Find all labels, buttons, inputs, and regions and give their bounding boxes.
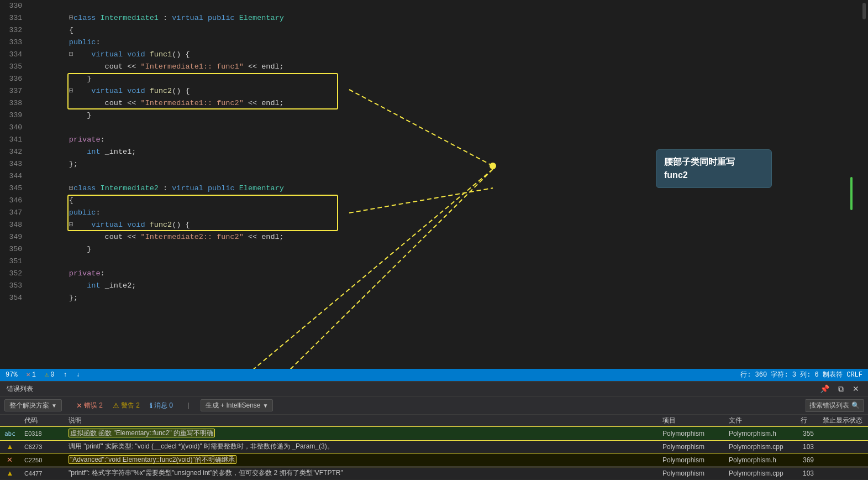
build-dropdown[interactable]: 生成 + IntelliSense ▼ bbox=[201, 399, 273, 411]
line-num-340: 340 bbox=[7, 122, 22, 134]
code-line-354 bbox=[33, 292, 860, 304]
error-table-header: 代码 说明 项目 文件 行 禁止显示状态 bbox=[0, 415, 868, 427]
code-line-352: int _inte2; bbox=[33, 268, 860, 280]
row-4-project: Polymorphism bbox=[658, 467, 724, 480]
error-icon: ✕ bbox=[76, 401, 82, 410]
panel-float-button[interactable]: ⧉ bbox=[836, 383, 846, 395]
build-chevron-icon: ▼ bbox=[262, 403, 268, 409]
row-3-project: Polymorphism bbox=[658, 453, 724, 467]
line-num-331: 331 bbox=[7, 12, 22, 24]
line-num-353: 353 bbox=[7, 280, 22, 292]
status-bar: 97% ✕ 1 ⚠ 0 ↑ ↓ 行: 360 字符: 3 列: 6 制表符 CR… bbox=[0, 369, 868, 381]
row-1-desc: 虚拟函数 函数 "Elementary::func2" 的重写不明确 bbox=[64, 427, 658, 440]
code-line-333: ⊟ virtual void func1() { bbox=[33, 36, 860, 49]
filter-label: 整个解决方案 bbox=[9, 401, 49, 410]
col-code: 代码 bbox=[20, 415, 64, 427]
line-num-330: 330 bbox=[7, 0, 22, 12]
line-num-344: 344 bbox=[7, 170, 22, 182]
col-line: 行 bbox=[796, 415, 818, 427]
line-numbers: 330 331 332 333 334 335 336 337 338 339 … bbox=[0, 0, 29, 369]
row-3-line: 369 bbox=[796, 453, 818, 467]
row-3-suppress bbox=[818, 453, 868, 467]
row-3-file: Polymorphism.h bbox=[724, 453, 796, 467]
table-row[interactable]: ✕ C2250 "Advanced":"void Elementary::fun… bbox=[0, 453, 868, 467]
warning-icon-status: ⚠ bbox=[45, 371, 49, 379]
code-line-347: ⊟ virtual void func2() { bbox=[33, 207, 860, 219]
scrollbar-thumb[interactable] bbox=[862, 3, 866, 19]
row-4-type-icon: ▲ bbox=[0, 467, 20, 480]
filter-chevron-icon: ▼ bbox=[51, 403, 57, 409]
panel-close-button[interactable]: ✕ bbox=[850, 383, 861, 394]
line-num-352: 352 bbox=[7, 268, 22, 280]
nav-up[interactable]: ↑ bbox=[63, 371, 67, 379]
error-icon-status: ✕ bbox=[27, 371, 30, 379]
row-2-desc: 调用 "printf" 实际类型: "void (__cdecl *)(void… bbox=[64, 440, 658, 453]
table-row[interactable]: ▲ C4477 "printf": 格式字字符串"%x"需要类型"unsigne… bbox=[0, 467, 868, 480]
line-num-351: 351 bbox=[7, 255, 22, 268]
line-num-338: 338 bbox=[7, 97, 22, 109]
code-line-350 bbox=[33, 243, 860, 255]
code-line-353: }; bbox=[33, 280, 860, 292]
table-row[interactable]: abc E0318 虚拟函数 函数 "Elementary::func2" 的重… bbox=[0, 427, 868, 440]
line-num-343: 343 bbox=[7, 158, 22, 170]
row-3-desc: "Advanced":"void Elementary::func2(void)… bbox=[64, 453, 658, 467]
code-line-340: private: bbox=[33, 122, 860, 134]
row-1-project: Polymorphism bbox=[658, 427, 724, 440]
line-num-332: 332 bbox=[7, 24, 22, 36]
code-line-337: cout << "Intermediate1:: func2" << endl; bbox=[33, 85, 860, 97]
col-desc: 说明 bbox=[64, 415, 658, 427]
code-line-341: int _inte1; bbox=[33, 134, 860, 146]
code-line-343 bbox=[33, 158, 860, 170]
row-3-type-icon: ✕ bbox=[0, 453, 20, 467]
warning-count-label: 警告 2 bbox=[121, 401, 140, 410]
line-num-347: 347 bbox=[7, 207, 22, 219]
line-num-341: 341 bbox=[7, 134, 22, 146]
warning-triangle-icon: ▲ bbox=[7, 442, 14, 451]
row-1-line: 355 bbox=[796, 427, 818, 440]
row-2-code: C6273 bbox=[20, 440, 64, 453]
message-count-label: 消息 0 bbox=[154, 401, 173, 410]
line-num-339: 339 bbox=[7, 109, 22, 122]
code-content[interactable]: ⊟class Intermediate1 : virtual public El… bbox=[29, 0, 860, 369]
row-2-project: Polymorphism bbox=[658, 440, 724, 453]
nav-down[interactable]: ↓ bbox=[76, 371, 80, 379]
editor-scrollbar[interactable] bbox=[860, 0, 868, 369]
code-line-348: cout << "Intermediate2:: func2" << endl; bbox=[33, 219, 860, 231]
abc-icon: abc bbox=[4, 430, 15, 437]
col-project: 项目 bbox=[658, 415, 724, 427]
row-1-type-icon: abc bbox=[0, 427, 20, 440]
filter-dropdown[interactable]: 整个解决方案 ▼ bbox=[4, 399, 62, 411]
row-3-code: C2250 bbox=[20, 453, 64, 467]
row-4-desc: "printf": 格式字字符串"%x"需要类型"unsigned int"的参… bbox=[64, 467, 658, 480]
error-count-label: 错误 2 bbox=[84, 401, 103, 410]
error-badge[interactable]: ✕ 错误 2 bbox=[73, 400, 106, 411]
code-line-330: ⊟class Intermediate1 : virtual public El… bbox=[33, 0, 860, 12]
code-line-335: } bbox=[33, 61, 860, 73]
row-2-line: 103 bbox=[796, 440, 818, 453]
code-line-344: ⊟class Intermediate2 : virtual public El… bbox=[33, 170, 860, 182]
line-num-335: 335 bbox=[7, 61, 22, 73]
line-num-337: 337 bbox=[7, 85, 22, 97]
row-4-line: 103 bbox=[796, 467, 818, 480]
info-badge[interactable]: ℹ 消息 0 bbox=[146, 400, 176, 411]
error-panel-title: 错误列表 bbox=[7, 384, 33, 394]
line-num-350: 350 bbox=[7, 243, 22, 255]
col-file: 文件 bbox=[724, 415, 796, 427]
col-icon bbox=[0, 415, 20, 427]
error-toolbar: 整个解决方案 ▼ ✕ 错误 2 ⚠ 警告 2 ℹ 消息 0 | 生成 + Int… bbox=[0, 397, 868, 415]
error-table: 代码 说明 项目 文件 行 禁止显示状态 abc E0318 虚拟函数 函数 "… bbox=[0, 415, 868, 481]
line-num-348: 348 bbox=[7, 219, 22, 231]
zoom-level: 97% bbox=[6, 371, 18, 379]
table-row[interactable]: ▲ C6273 调用 "printf" 实际类型: "void (__cdecl… bbox=[0, 440, 868, 453]
warning-triangle-icon-2: ▲ bbox=[7, 469, 14, 477]
minimap-indicator bbox=[850, 177, 853, 210]
line-num-346: 346 bbox=[7, 195, 22, 207]
code-line-339 bbox=[33, 109, 860, 122]
search-errors-box[interactable]: 搜索错误列表 🔍 bbox=[806, 399, 864, 412]
warning-icon: ⚠ bbox=[113, 401, 119, 410]
warning-badge[interactable]: ⚠ 警告 2 bbox=[109, 400, 143, 411]
warning-count-status: ⚠ 0 bbox=[45, 371, 54, 379]
build-label: 生成 + IntelliSense bbox=[206, 401, 261, 410]
error-count-status: ✕ 1 bbox=[27, 371, 36, 379]
panel-pin-button[interactable]: 📌 bbox=[818, 383, 832, 394]
